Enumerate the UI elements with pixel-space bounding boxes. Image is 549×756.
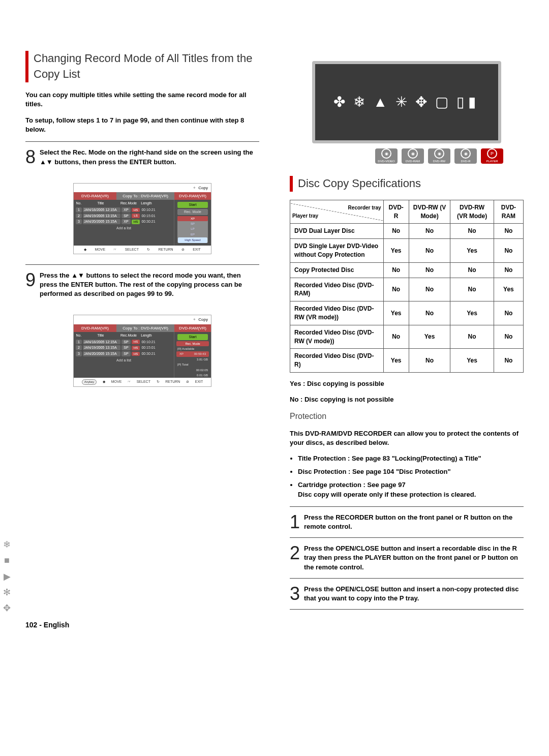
heading-left: Changing Record Mode of All Titles from … [34,51,259,82]
step-8-number: 8 [25,148,40,166]
step-2-text: Press the OPEN/CLOSE button and insert a… [304,544,524,572]
protection-intro: This DVD-RAM/DVD RECORDER can allow you … [290,429,524,447]
ui-screen-recmode: ✦Copy DVD-RAM(VR) Copy To : DVD-RAM(VR) … [73,183,211,254]
sparkle-icon: ✻ [3,586,11,599]
step-9-text: Press the ▲▼ buttons to select the recor… [40,271,259,299]
disc-player: PPLAYER [481,148,503,164]
table-row: Copy Protected Disc No No No No [290,262,524,278]
square-icon: ▢ [435,92,452,112]
table-row: Recorded Video Disc (DVD-RW (VR mode)) Y… [290,301,524,325]
step-9-number: 9 [25,271,40,299]
page-number: 102 - English [25,620,69,630]
step-1-text: Press the RECORDER button on the front p… [304,513,524,531]
triangle-icon: ▲ [373,92,391,112]
step-2-number: 2 [290,544,304,572]
recmode-field[interactable]: Rec. Mode [177,209,208,215]
protection-list: Title Protection : See page 83 "Locking(… [290,454,524,499]
cross-arrows-icon: ✥ [415,92,431,112]
spec-table: Recorder tray Player tray DVD-R DVD-RW (… [290,200,524,373]
diamond-icon: ✥ [3,602,11,615]
square-icon: ■ [3,554,11,567]
table-row: DVD Dual Layer Disc No No No No [290,224,524,239]
yes-note: Yes : Disc copying is possible [290,379,524,388]
disc-icons: ◉DVD-VIDEO ◉DVD-RAM ◉DVD-RW ◉DVD-R PPLAY… [310,148,503,164]
disc-dvd-ram: ◉DVD-RAM [402,148,424,164]
table-row: Recorded Video Disc (DVD-R) Yes No Yes N… [290,349,524,373]
seg-copyto: Copy To : DVD-RAM(VR) [116,192,174,200]
ui-screen-copying: ✦Copy DVD-RAM(VR) Copy To : DVD-RAM(VR) … [73,315,211,386]
table-row: Recorded Video Disc (DVD-RAM) No No No Y… [290,278,524,301]
step-3-number: 3 [290,585,304,603]
step-8-text: Select the Rec. Mode on the right-hand s… [40,148,259,166]
disc-dvd-rw: ◉DVD-RW [428,148,450,164]
asterisk-icon: ✳ [395,92,411,112]
step-1-number: 1 [290,513,304,531]
recmode-head: Rec. Mode [176,341,209,346]
tv-illustration: ✤ ❄ ▲ ✳ ✥ ▢ ▯▮ [312,61,501,143]
para-setup: To setup, follow steps 1 to 7 in page 99… [25,116,259,134]
snowflake-icon: ❄ [3,538,11,551]
copy-label: Copy [198,186,208,190]
table-row: Recorded Video Disc (DVD-RW (V mode)) No… [290,325,524,349]
clover-icon: ✤ [333,92,349,112]
seg-dst: DVD-RAM(VR) [174,192,211,200]
sidebar-editing-icons: ❄ ■ ▶ ✻ ✥ [3,538,11,615]
start-button[interactable]: Start [177,334,208,340]
play-icon: ▶ [3,570,11,583]
double-square-icon: ▯▮ [456,92,480,112]
protection-heading: Protection [290,411,524,422]
no-note: No : Disc copying is not possible [290,395,524,404]
start-button[interactable]: Start [177,202,208,208]
table-row: DVD Single Layer DVD-Video without Copy … [290,239,524,263]
seg-src: DVD-RAM(VR) [74,192,116,200]
step-3-text: Press the OPEN/CLOSE button and insert a… [304,585,524,603]
disc-dvd-video: ◉DVD-VIDEO [375,148,398,164]
disc-dvd-r: ◉DVD-R [454,148,477,164]
snow-icon: ❄ [353,92,369,112]
para-multi-copy: You can copy multiple titles while setti… [25,90,259,109]
heading-right: Disc Copy Specifications [298,176,421,192]
